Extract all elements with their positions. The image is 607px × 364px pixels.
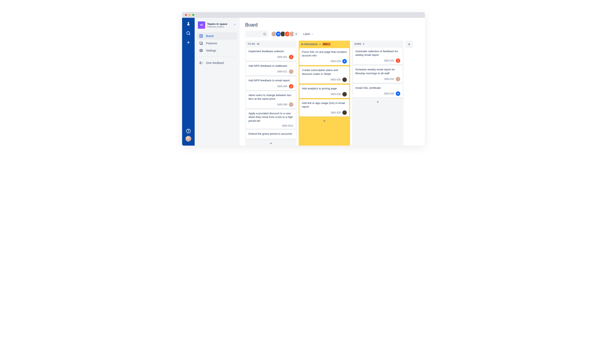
sidebar-item-label: Settings [206, 49, 216, 52]
svg-line-1 [189, 34, 190, 35]
card-assignee-avatar [342, 78, 347, 82]
card-issue-key: SMS-001 [277, 56, 287, 58]
window-titlebar [182, 12, 425, 18]
card-title: Add link to app usage (GA) in email repo… [302, 101, 347, 109]
column-body: Automate collection of feedback for week… [352, 47, 403, 146]
help-icon[interactable] [186, 129, 191, 133]
label-filter-dropdown[interactable]: Label [303, 32, 314, 36]
column-max-badge: MAX 3 [322, 43, 331, 46]
sidebar-item-board[interactable]: Board [197, 32, 237, 40]
column-header: TO DO29 [245, 41, 297, 47]
board-column: DONE3Automate collection of feedback for… [352, 41, 403, 146]
megaphone-icon [199, 61, 203, 65]
project-subtitle: Software project [207, 26, 231, 28]
svg-rect-10 [200, 42, 202, 44]
jira-logo-icon[interactable] [186, 21, 191, 26]
project-chevron-icon[interactable] [233, 23, 236, 27]
features-icon [199, 41, 203, 45]
search-icon [263, 32, 266, 36]
sidebar-item-features[interactable]: Features [197, 40, 237, 47]
add-card-button[interactable] [300, 118, 349, 124]
card-title: Extend the grace period to accounts [249, 132, 293, 136]
project-sidebar: Teams in space Software project Board Fe… [195, 18, 239, 146]
card-title: Apply a prorated discount to a user when… [249, 112, 293, 123]
card-issue-key: SMS-039 [331, 93, 341, 96]
window-maximize-button[interactable] [192, 14, 194, 16]
column-title: DONE [355, 43, 361, 45]
board-column: IN PROGRESS4MAX 3Force SSL on any page t… [299, 41, 350, 146]
column-header: DONE3 [352, 41, 403, 47]
issue-card[interactable]: Force SSL on any page that contains acco… [300, 48, 349, 65]
global-search-icon[interactable] [186, 31, 191, 36]
card-issue-key: SMS-008 [277, 103, 287, 106]
page-title: Board [245, 22, 419, 28]
window-close-button[interactable] [185, 14, 187, 16]
card-issue-key: SMS-031 [384, 59, 394, 62]
svg-line-13 [265, 35, 266, 35]
card-assignee-avatar: J [396, 58, 400, 63]
card-title: Add NPS feedback to wallboard [249, 64, 293, 68]
project-avatar-icon [198, 21, 205, 29]
issue-card[interactable]: Install SSL certificateSMS-033H [353, 84, 403, 97]
issue-card[interactable]: Add NPS feedback to wallboardSMS-011 [246, 62, 296, 76]
sidebar-item-feedback[interactable]: Give feedback [197, 59, 237, 66]
card-assignee-avatar [396, 77, 400, 81]
card-assignee-avatar: J [289, 55, 293, 59]
card-title: Add NPS feedback to email report [249, 79, 293, 82]
issue-card[interactable]: Extend the grace period to accounts [246, 130, 296, 139]
page-header: Board [239, 18, 425, 30]
board-search-input[interactable] [245, 30, 268, 38]
card-issue-key: SMS-011 [277, 70, 287, 73]
column-title: TO DO [248, 43, 255, 45]
column-title: IN PROGRESS [301, 43, 318, 46]
card-issue-key: SMS-004 [277, 85, 287, 88]
card-issue-key: SMS-0012 [282, 124, 293, 127]
issue-card[interactable]: Add NPS feedback to email reportSMS-004J [246, 77, 296, 90]
card-assignee-avatar: H [342, 59, 347, 64]
card-title: Schedule weekly email report for Monday … [355, 68, 400, 75]
add-card-button[interactable] [353, 99, 403, 105]
sidebar-item-label: Features [206, 42, 217, 45]
svg-point-0 [187, 32, 190, 34]
column-count: 29 [257, 43, 259, 45]
issue-card[interactable]: Create subscription plans and discount c… [300, 66, 349, 83]
card-title: Install SSL certificate [355, 86, 400, 90]
filter-label: Label [303, 32, 310, 36]
add-column-button[interactable] [406, 41, 413, 48]
add-assignee-button[interactable] [293, 31, 299, 37]
user-avatar[interactable] [185, 136, 191, 142]
card-title: Force SSL on any page that contains acco… [302, 50, 347, 57]
card-title: Create subscription plans and discount c… [302, 68, 347, 76]
issue-card[interactable]: Implement feedback collectorSMS-001J [246, 48, 296, 61]
main-content: Board HJ Label TO DO29Implement feedback… [239, 18, 425, 146]
issue-card[interactable]: Add analytics to pricing pageSMS-039 [300, 85, 349, 98]
column-body: Implement feedback collectorSMS-001JAdd … [245, 47, 297, 146]
gear-icon [199, 49, 203, 52]
app-window: Teams in space Software project Board Fe… [182, 12, 425, 146]
window-minimize-button[interactable] [189, 14, 191, 16]
project-header: Teams in space Software project [197, 21, 237, 32]
card-assignee-avatar: J [289, 84, 293, 89]
card-assignee-avatar [342, 110, 347, 115]
issue-card[interactable]: Automate collection of feedback for week… [353, 48, 403, 65]
card-title: Allow users to change between two tiers … [249, 93, 293, 101]
column-header: IN PROGRESS4MAX 3 [299, 41, 350, 47]
global-create-icon[interactable] [186, 40, 191, 45]
card-issue-key: SMS-035 [331, 111, 341, 114]
card-assignee-avatar [289, 69, 293, 74]
sidebar-item-label: Give feedback [206, 61, 224, 65]
svg-rect-7 [200, 35, 203, 37]
issue-card[interactable]: Allow users to change between two tiers … [246, 91, 296, 108]
card-issue-key: SMS-035 [331, 78, 341, 81]
add-card-button[interactable] [246, 140, 296, 146]
sidebar-item-label: Board [206, 34, 213, 38]
issue-card[interactable]: Add link to app usage (GA) in email repo… [300, 99, 349, 116]
card-assignee-avatar [289, 102, 293, 107]
sidebar-item-settings[interactable]: Settings [197, 47, 237, 54]
card-issue-key: SMS-032 [384, 78, 394, 80]
svg-point-11 [201, 50, 202, 51]
project-name: Teams in space [207, 23, 231, 26]
issue-card[interactable]: Schedule weekly email report for Monday … [353, 66, 403, 83]
issue-card[interactable]: Apply a prorated discount to a user when… [246, 110, 296, 129]
card-issue-key: SMS-029 [331, 60, 341, 63]
